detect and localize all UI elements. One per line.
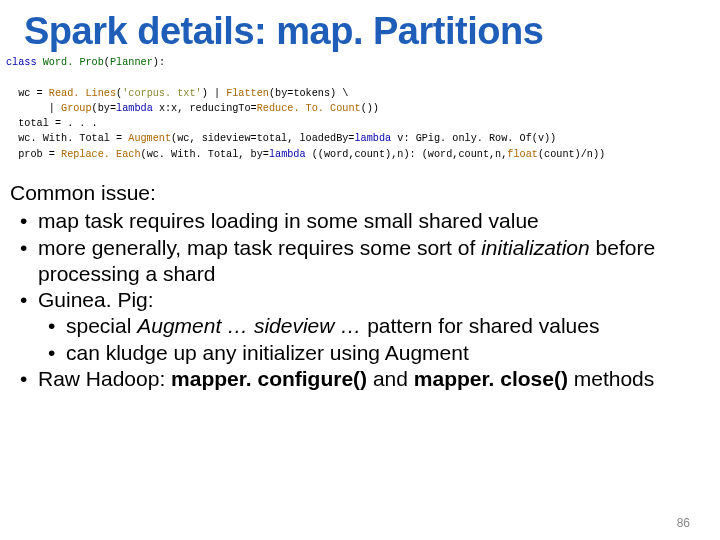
bullet-item: more generally, map task requires some s… — [10, 235, 690, 288]
code-kw: lambda — [269, 149, 306, 160]
code-text: ()) — [361, 103, 379, 114]
code-text: (wc, sideview=total, loadedBy= — [171, 133, 354, 144]
bullet-text: pattern for shared values — [361, 314, 599, 337]
code-kw: lambda — [354, 133, 391, 144]
code-text: ): — [153, 57, 165, 68]
code-text: (by=tokens) \ — [269, 88, 348, 99]
code-block: class Word. Prob(Planner): wc = Read. Li… — [0, 55, 720, 162]
code-text: ((word,count),n): (word,count,n, — [306, 149, 508, 160]
page-number: 86 — [677, 516, 690, 530]
body-heading: Common issue: — [10, 180, 690, 206]
code-kw: class — [6, 57, 37, 68]
code-text: x:x, reducingTo= — [153, 103, 257, 114]
slide-title: Spark details: map. Partitions — [0, 0, 720, 55]
bullet-text: Guinea. Pig: — [38, 288, 154, 311]
bullet-text: and — [367, 367, 414, 390]
bullet-item: map task requires loading in some small … — [10, 208, 690, 234]
sub-bullet-item: special Augment … sideview … pattern for… — [38, 313, 690, 339]
code-func: Augment — [128, 133, 171, 144]
code-name: Planner — [110, 57, 153, 68]
bullet-text: Raw Hadoop: — [38, 367, 171, 390]
code-text: (count)/n)) — [538, 149, 605, 160]
bullet-text: special — [66, 314, 137, 337]
code-text: (wc. With. Total, by= — [141, 149, 269, 160]
bullet-bold: mapper. close() — [414, 367, 568, 390]
code-str: 'corpus. txt' — [122, 88, 201, 99]
code-text: | — [6, 103, 61, 114]
code-func: Group — [61, 103, 92, 114]
code-text: v: GPig. only. Row. Of(v)) — [391, 133, 556, 144]
bullet-text: can kludge up any initializer using Augm… — [66, 341, 469, 364]
code-text: wc = — [6, 88, 49, 99]
code-text: prob = — [6, 149, 61, 160]
bullet-text: more generally, map task requires some s… — [38, 236, 481, 259]
code-func: float — [507, 149, 538, 160]
code-text: (by= — [92, 103, 116, 114]
code-func: Replace. Each — [61, 149, 140, 160]
code-func: Reduce. To. Count — [257, 103, 361, 114]
code-text: ) | — [202, 88, 226, 99]
code-text: wc. With. Total = — [6, 133, 128, 144]
code-text: total = . . . — [6, 118, 98, 129]
sub-bullet-item: can kludge up any initializer using Augm… — [38, 340, 690, 366]
code-name: Word. Prob — [43, 57, 104, 68]
bullet-item: Raw Hadoop: mapper. configure() and mapp… — [10, 366, 690, 392]
body-text: Common issue: map task requires loading … — [0, 162, 720, 392]
bullet-emph: Augment … sideview … — [137, 314, 361, 337]
code-func: Flatten — [226, 88, 269, 99]
code-kw: lambda — [116, 103, 153, 114]
bullet-bold: mapper. configure() — [171, 367, 367, 390]
code-func: Read. Lines — [49, 88, 116, 99]
bullet-text: map task requires loading in some small … — [38, 209, 539, 232]
bullet-emph: initialization — [481, 236, 590, 259]
bullet-item: Guinea. Pig: special Augment … sideview … — [10, 287, 690, 366]
bullet-text: methods — [568, 367, 654, 390]
